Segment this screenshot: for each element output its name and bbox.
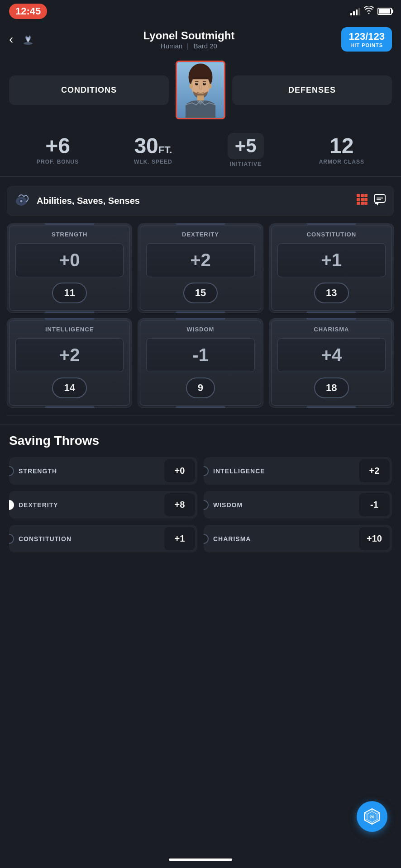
svg-rect-20	[364, 198, 368, 201]
initiative-label: INITIATIVE	[228, 161, 264, 167]
save-name: DEXTERITY	[14, 493, 162, 517]
abilities-section-icon	[15, 192, 31, 210]
ability-score: 15	[183, 283, 218, 303]
hp-button[interactable]: 123/123 HIT POINTS	[341, 27, 392, 52]
save-name: INTELLIGENCE	[209, 459, 357, 483]
svg-rect-15	[357, 194, 360, 197]
ability-card-dexterity[interactable]: DEXTERITY +2 15	[138, 223, 263, 313]
initiative-stat: +5 INITIATIVE	[228, 133, 264, 167]
dice-fab-button[interactable]: 20	[357, 801, 387, 832]
bottom-bar	[0, 854, 401, 868]
save-value: +1	[164, 527, 195, 550]
svg-rect-18	[357, 198, 360, 201]
armor-class-label: ARMOR CLASS	[319, 159, 364, 165]
ability-name: STRENGTH	[12, 231, 127, 238]
grid-icon[interactable]	[356, 193, 368, 209]
ability-card-constitution[interactable]: CONSTITUTION +1 13	[269, 223, 394, 313]
home-indicator	[169, 859, 232, 861]
ability-score: 11	[52, 283, 86, 303]
save-item-strength[interactable]: STRENGTH +0	[9, 457, 197, 485]
character-class: Bard 20	[193, 42, 217, 50]
svg-rect-17	[364, 194, 368, 197]
save-item-intelligence[interactable]: INTELLIGENCE +2	[204, 457, 392, 485]
ability-modifier: +2	[147, 250, 254, 270]
ability-modifier: +2	[16, 345, 123, 365]
ability-score: 13	[314, 283, 348, 303]
save-indicator	[9, 500, 14, 510]
save-value: +2	[359, 459, 390, 482]
ability-modifier: -1	[147, 345, 254, 365]
saving-throws-section: Saving Throws STRENGTH +0 INTELLIGENCE +…	[0, 424, 401, 561]
ability-name: DEXTERITY	[143, 231, 258, 238]
svg-point-8	[205, 83, 205, 84]
saving-throws-title: Saving Throws	[9, 434, 392, 448]
character-race-class: Human | Bard 20	[43, 42, 334, 50]
svg-point-6	[203, 83, 206, 85]
svg-rect-23	[364, 202, 368, 205]
save-name: WISDOM	[209, 493, 357, 517]
ability-modifier: +1	[278, 250, 385, 270]
stats-row: +6 PROF. BONUS 30FT. WLK. SPEED +5 INITI…	[0, 124, 401, 177]
wifi-icon	[364, 6, 374, 17]
save-value: -1	[359, 493, 390, 516]
hp-label: HIT POINTS	[348, 42, 385, 48]
defenses-button[interactable]: DEFENSES	[232, 75, 392, 105]
save-value: +10	[359, 527, 390, 550]
save-item-constitution[interactable]: CONSTITUTION +1	[9, 525, 197, 552]
save-name: CHARISMA	[209, 527, 357, 551]
ability-modifier: +4	[278, 345, 385, 365]
saving-throws-grid: STRENGTH +0 INTELLIGENCE +2 DEXTERITY +8…	[9, 457, 392, 552]
svg-point-14	[20, 200, 23, 203]
back-button[interactable]: ‹	[9, 33, 13, 46]
save-indicator	[9, 466, 14, 476]
save-value: +8	[164, 493, 195, 516]
character-info: Lyonel Soutmight Human | Bard 20	[43, 29, 334, 50]
character-name: Lyonel Soutmight	[43, 29, 334, 42]
save-value: +0	[164, 459, 195, 482]
svg-text:20: 20	[370, 815, 374, 819]
chat-icon[interactable]	[373, 193, 386, 209]
save-item-wisdom[interactable]: WISDOM -1	[204, 491, 392, 519]
ability-score: 14	[52, 377, 86, 398]
portrait-section: CONDITIONS	[0, 56, 401, 124]
svg-rect-19	[361, 198, 364, 201]
hp-value: 123/123	[348, 31, 385, 42]
armor-class-value: 12	[319, 135, 364, 157]
ability-name: WISDOM	[143, 326, 258, 333]
campfire-icon[interactable]	[20, 30, 36, 49]
walk-speed-value: 30FT.	[134, 135, 172, 157]
ability-score: 18	[314, 377, 348, 398]
ability-card-strength[interactable]: STRENGTH +0 11	[7, 223, 132, 313]
svg-point-9	[189, 84, 193, 89]
ability-card-intelligence[interactable]: INTELLIGENCE +2 14	[7, 318, 132, 408]
ability-modifier: +0	[16, 250, 123, 270]
abilities-section-title: Abilities, Saves, Senses	[37, 196, 140, 206]
character-race: Human	[161, 42, 182, 50]
svg-point-7	[196, 83, 197, 84]
character-portrait[interactable]	[176, 61, 225, 119]
save-item-dexterity[interactable]: DEXTERITY +8	[9, 491, 197, 519]
prof-bonus-label: PROF. BONUS	[37, 159, 79, 165]
prof-bonus-stat: +6 PROF. BONUS	[37, 135, 79, 165]
save-item-charisma[interactable]: CHARISMA +10	[204, 525, 392, 552]
svg-point-10	[208, 84, 212, 89]
signal-icon	[350, 7, 360, 15]
ability-card-wisdom[interactable]: WISDOM -1 9	[138, 318, 263, 408]
ability-card-charisma[interactable]: CHARISMA +4 18	[269, 318, 394, 408]
save-name: CONSTITUTION	[14, 527, 162, 551]
conditions-button[interactable]: CONDITIONS	[9, 75, 169, 105]
ability-name: INTELLIGENCE	[12, 326, 127, 333]
status-bar: 12:45	[0, 0, 401, 23]
armor-class-stat: 12 ARMOR CLASS	[319, 135, 364, 165]
svg-rect-16	[361, 194, 364, 197]
ability-score: 9	[186, 377, 215, 398]
walk-speed-stat: 30FT. WLK. SPEED	[134, 135, 172, 165]
save-indicator	[204, 500, 209, 510]
status-time: 12:45	[9, 4, 47, 19]
initiative-value: +5	[228, 133, 264, 159]
header: ‹ Lyonel Soutmight Human | Bard 20 123/1…	[0, 23, 401, 56]
ability-name: CHARISMA	[274, 326, 389, 333]
save-indicator	[204, 466, 209, 476]
svg-point-5	[195, 83, 198, 85]
svg-rect-21	[357, 202, 360, 205]
